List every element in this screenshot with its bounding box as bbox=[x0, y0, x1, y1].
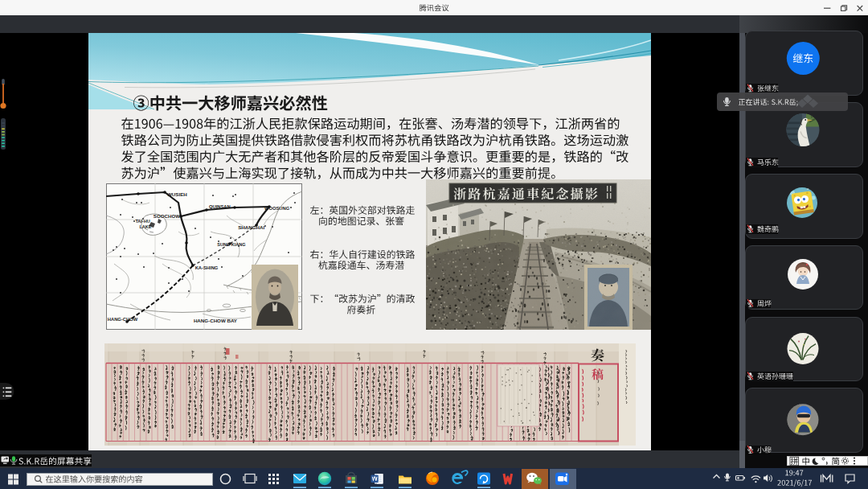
svg-text:WUSIEH: WUSIEH bbox=[167, 191, 187, 197]
svg-text:HANG-CHOW BAY: HANG-CHOW BAY bbox=[194, 318, 238, 323]
svg-text:KA-SHING: KA-SHING bbox=[195, 265, 219, 270]
svg-text:QUINSAN: QUINSAN bbox=[209, 204, 231, 209]
svg-text:TAI-HU: TAI-HU bbox=[135, 219, 149, 224]
svg-text:WOOSUNG: WOOSUNG bbox=[264, 206, 290, 211]
svg-text:LAKE: LAKE bbox=[139, 224, 151, 229]
svg-text:SOOCHOW: SOOCHOW bbox=[154, 213, 181, 219]
svg-text:SHANGHAI: SHANGHAI bbox=[238, 224, 264, 230]
svg-text:HANG-CHOW: HANG-CHOW bbox=[108, 317, 138, 322]
svg-text:SUNG KIANG: SUNG KIANG bbox=[217, 242, 245, 247]
